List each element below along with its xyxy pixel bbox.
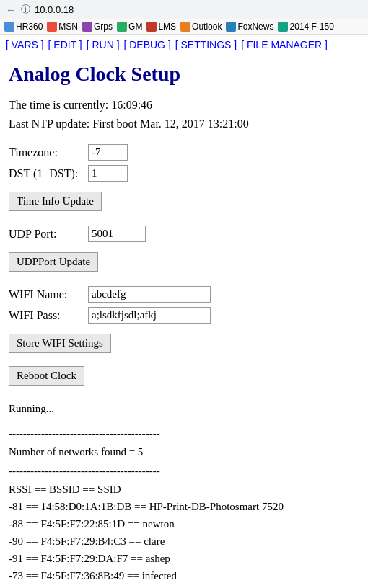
rssi-header: RSSI == BSSID == SSID: [9, 481, 359, 498]
foxnews-icon: [226, 22, 236, 32]
wifi-name-row: WIFI Name:: [9, 286, 359, 303]
store-wifi-section: Store WIFI Settings: [9, 328, 359, 360]
back-button[interactable]: ←: [6, 4, 17, 16]
page-content: Analog Clock Setup The time is currently…: [0, 55, 368, 588]
hr360-icon: [4, 22, 14, 32]
info-icon: ⓘ: [21, 3, 30, 16]
bookmark-gm[interactable]: GM: [117, 22, 142, 32]
page-title: Analog Clock Setup: [9, 63, 359, 86]
network1: -81 == 14:58:D0:1A:1B:DB == HP-Print-DB-…: [9, 498, 359, 515]
outlook-icon: [180, 22, 190, 32]
wifi-pass-input[interactable]: [88, 307, 211, 324]
nav-edit[interactable]: [ EDIT ]: [48, 39, 82, 50]
timezone-label: Timezone:: [9, 146, 88, 159]
dst-row: DST (1=DST):: [9, 165, 359, 182]
wifi-pass-label: WIFI Pass:: [9, 309, 88, 322]
2014-icon: [278, 22, 288, 32]
msn-icon: [47, 22, 57, 32]
network3: -90 == F4:5F:F7:29:B4:C3 == clare: [9, 533, 359, 550]
timezone-row: Timezone:: [9, 144, 359, 161]
dst-input[interactable]: [88, 165, 128, 182]
current-time-line: The time is currently: 16:09:46: [9, 96, 359, 115]
udp-port-row: UDP Port:: [9, 226, 359, 242]
bookmark-2014[interactable]: 2014 F-150: [278, 22, 333, 32]
bookmark-hr360[interactable]: HR360: [4, 22, 43, 32]
lms-icon: [146, 22, 157, 32]
bookmark-msn[interactable]: MSN: [47, 22, 78, 32]
bookmarks-bar: HR360 MSN Grps GM LMS Outlook FoxNews 20…: [0, 19, 368, 35]
bookmark-outlook-label: Outlook: [192, 22, 222, 32]
gm-icon: [117, 22, 127, 32]
nav-debug[interactable]: [ DEBUG ]: [123, 39, 170, 50]
bookmark-foxnews[interactable]: FoxNews: [226, 22, 273, 32]
url-bar[interactable]: 10.0.0.18: [35, 4, 74, 15]
network4: -91 == F4:5F:F7:29:DA:F7 == ashep: [9, 550, 359, 567]
grps-icon: [82, 22, 92, 32]
dst-label: DST (1=DST):: [9, 167, 88, 180]
network5: -73 == F4:5F:F7:36:8B:49 == infected: [9, 567, 359, 584]
udp-port-input[interactable]: [88, 226, 146, 242]
wifi-name-input[interactable]: [88, 286, 211, 303]
nav-bar: [ VARS ] [ EDIT ] [ RUN ] [ DEBUG ] [ SE…: [0, 35, 368, 55]
nav-run[interactable]: [ RUN ]: [87, 39, 120, 50]
wifi-name-label: WIFI Name:: [9, 288, 88, 301]
bookmark-foxnews-label: FoxNews: [237, 22, 273, 32]
time-info-update-section: Time Info Update: [9, 186, 359, 218]
browser-bar: ← ⓘ 10.0.0.18: [0, 0, 368, 19]
udpport-update-section: UDPPort Update: [9, 246, 359, 279]
udpport-update-button[interactable]: UDPPort Update: [9, 252, 98, 272]
timezone-input[interactable]: [88, 144, 128, 161]
networks-found: Number of networks found = 5: [9, 443, 359, 460]
time-info: The time is currently: 16:09:46 Last NTP…: [9, 96, 359, 133]
reboot-clock-button[interactable]: Reboot Clock: [9, 366, 84, 386]
reboot-section: Reboot Clock: [9, 360, 359, 393]
udp-port-label: UDP Port:: [9, 228, 88, 241]
time-info-update-button[interactable]: Time Info Update: [9, 192, 102, 211]
output-area: Running... -----------------------------…: [9, 400, 359, 584]
running-status: Running...: [9, 400, 359, 417]
bookmark-outlook[interactable]: Outlook: [180, 22, 222, 32]
bookmark-gm-label: GM: [128, 22, 142, 32]
nav-vars[interactable]: [ VARS ]: [6, 39, 44, 50]
bookmark-2014-label: 2014 F-150: [289, 22, 333, 32]
ntp-update-line: Last NTP update: First boot Mar. 12, 201…: [9, 115, 359, 133]
bookmark-lms-label: LMS: [158, 22, 176, 32]
nav-settings[interactable]: [ SETTINGS ]: [175, 39, 237, 50]
network2: -88 == F4:5F:F7:22:85:1D == newton: [9, 515, 359, 533]
divider1: ----------------------------------------…: [9, 424, 359, 442]
bookmark-grps[interactable]: Grps: [82, 22, 113, 32]
bookmark-grps-label: Grps: [94, 22, 113, 32]
wifi-pass-row: WIFI Pass:: [9, 307, 359, 324]
divider2: ----------------------------------------…: [9, 462, 359, 479]
store-wifi-button[interactable]: Store WIFI Settings: [9, 334, 111, 353]
bookmark-msn-label: MSN: [58, 22, 78, 32]
bookmark-lms[interactable]: LMS: [146, 22, 176, 32]
nav-file-manager[interactable]: [ FILE MANAGER ]: [241, 39, 328, 50]
bookmark-hr360-label: HR360: [16, 22, 43, 32]
